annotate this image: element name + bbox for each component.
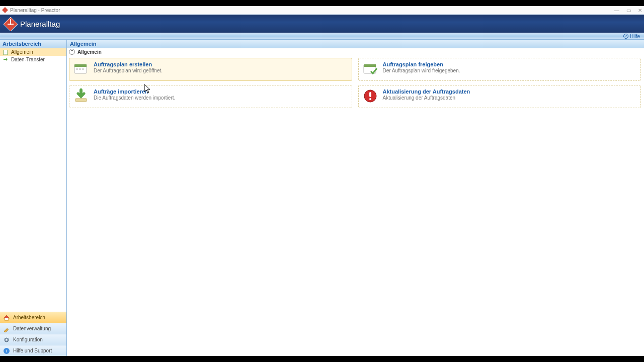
sub-strip: ? Hilfe bbox=[0, 33, 644, 40]
tile-desc: Die Auftragsdaten werden importiert. bbox=[94, 95, 175, 101]
svg-marker-8 bbox=[4, 315, 10, 318]
tile-title: Aufträge importieren bbox=[94, 88, 175, 95]
svg-rect-5 bbox=[4, 51, 7, 51]
sidebar-tab-datenverwaltung[interactable]: Datenverwaltung bbox=[0, 323, 66, 334]
app-icon bbox=[2, 7, 8, 13]
tile-desc: Der Auftragsplan wird freigegeben. bbox=[383, 68, 460, 73]
tile-grid: Auftragsplan erstellen Der Auftragsplan … bbox=[69, 58, 641, 108]
svg-rect-26 bbox=[369, 92, 371, 97]
svg-rect-21 bbox=[75, 99, 87, 102]
window-title: Planeralltag - Preactor bbox=[10, 8, 60, 13]
minimize-button[interactable]: — bbox=[614, 8, 619, 13]
calendar-icon bbox=[73, 61, 89, 76]
download-icon bbox=[73, 88, 89, 104]
sidebar-header: Arbeitsbereich bbox=[0, 40, 66, 48]
alert-icon bbox=[363, 88, 378, 104]
help-icon: ? bbox=[623, 34, 628, 39]
svg-point-27 bbox=[369, 98, 371, 100]
sidebar-list: Allgemein Daten-Transfer bbox=[0, 48, 66, 312]
sidebar-item-label: Daten-Transfer bbox=[11, 57, 45, 62]
svg-rect-23 bbox=[79, 89, 83, 95]
svg-rect-15 bbox=[74, 64, 87, 67]
sidebar-tab-label: Datenverwaltung bbox=[13, 326, 51, 331]
content-header: Allgemein bbox=[67, 40, 644, 48]
sidebar-item-daten-transfer[interactable]: Daten-Transfer bbox=[0, 56, 66, 63]
app-window: Planeralltag - Preactor — ▭ ✕ Planerallt… bbox=[0, 6, 644, 356]
tile-auftragsplan-freigeben[interactable]: Auftragsplan freigeben Der Auftragsplan … bbox=[358, 58, 641, 81]
sidebar-tab-label: Konfiguration bbox=[13, 337, 43, 342]
tile-title: Auftragsplan freigeben bbox=[383, 61, 460, 67]
section-header: ⌃ Allgemein bbox=[67, 48, 644, 56]
sidebar-tab-label: Hilfe und Support bbox=[13, 348, 52, 353]
svg-rect-9 bbox=[4, 328, 8, 332]
document-icon bbox=[3, 50, 8, 55]
svg-rect-18 bbox=[82, 68, 84, 70]
tile-title: Auftragsplan erstellen bbox=[94, 61, 163, 67]
close-button[interactable]: ✕ bbox=[638, 8, 642, 13]
tile-auftraege-importieren[interactable]: Aufträge importieren Die Auftragsdaten w… bbox=[69, 85, 352, 108]
pencil-icon bbox=[3, 325, 10, 332]
sidebar-bottom-tabs: Arbeitsbereich Datenverwaltung Konfigura… bbox=[0, 312, 66, 356]
home-icon bbox=[3, 314, 10, 321]
ribbon-title: Planeralltag bbox=[20, 20, 60, 28]
svg-rect-20 bbox=[364, 64, 376, 67]
sidebar-tab-konfiguration[interactable]: Konfiguration bbox=[0, 334, 66, 345]
tile-title: Aktualisierung der Auftragsdaten bbox=[383, 88, 470, 95]
help-label: Hilfe bbox=[630, 34, 640, 39]
svg-marker-22 bbox=[77, 95, 85, 99]
tile-auftragsplan-erstellen[interactable]: Auftragsplan erstellen Der Auftragsplan … bbox=[69, 58, 352, 81]
svg-rect-3 bbox=[8, 24, 14, 25]
sidebar-item-allgemein[interactable]: Allgemein bbox=[0, 48, 66, 56]
sidebar: Arbeitsbereich Allgemein Daten-Transfer bbox=[0, 40, 67, 356]
svg-rect-6 bbox=[4, 52, 7, 52]
window-controls: — ▭ ✕ bbox=[614, 8, 642, 13]
info-icon: i bbox=[3, 347, 10, 354]
transfer-icon bbox=[3, 57, 8, 62]
calendar-check-icon bbox=[363, 61, 378, 76]
svg-rect-17 bbox=[79, 68, 81, 70]
svg-text:i: i bbox=[6, 348, 7, 353]
tile-aktualisierung-auftragsdaten[interactable]: Aktualisierung der Auftragsdaten Aktuali… bbox=[358, 85, 641, 108]
sidebar-item-label: Allgemein bbox=[11, 49, 33, 55]
window-titlebar: Planeralltag - Preactor — ▭ ✕ bbox=[0, 6, 644, 15]
ribbon-logo-icon bbox=[3, 17, 18, 32]
collapse-icon[interactable]: ⌃ bbox=[69, 49, 75, 55]
sidebar-tab-hilfe[interactable]: i Hilfe und Support bbox=[0, 345, 66, 356]
svg-rect-16 bbox=[76, 68, 78, 70]
content: Allgemein ⌃ Allgemein bbox=[67, 40, 644, 356]
svg-point-11 bbox=[6, 339, 8, 340]
content-body: Auftragsplan erstellen Der Auftragsplan … bbox=[67, 56, 644, 356]
svg-marker-0 bbox=[2, 7, 8, 13]
help-link[interactable]: ? Hilfe bbox=[623, 34, 640, 39]
maximize-button[interactable]: ▭ bbox=[626, 8, 631, 13]
tile-desc: Der Auftragsplan wird geöffnet. bbox=[94, 68, 163, 73]
sidebar-tab-arbeitsbereich[interactable]: Arbeitsbereich bbox=[0, 312, 66, 323]
tile-desc: Aktualisierung der Auftragsdaten bbox=[383, 95, 470, 101]
sidebar-tab-label: Arbeitsbereich bbox=[13, 315, 45, 320]
main-area: Arbeitsbereich Allgemein Daten-Transfer bbox=[0, 40, 644, 356]
section-title: Allgemein bbox=[77, 49, 102, 55]
gear-icon bbox=[3, 336, 10, 343]
ribbon-header: Planeralltag bbox=[0, 15, 644, 33]
